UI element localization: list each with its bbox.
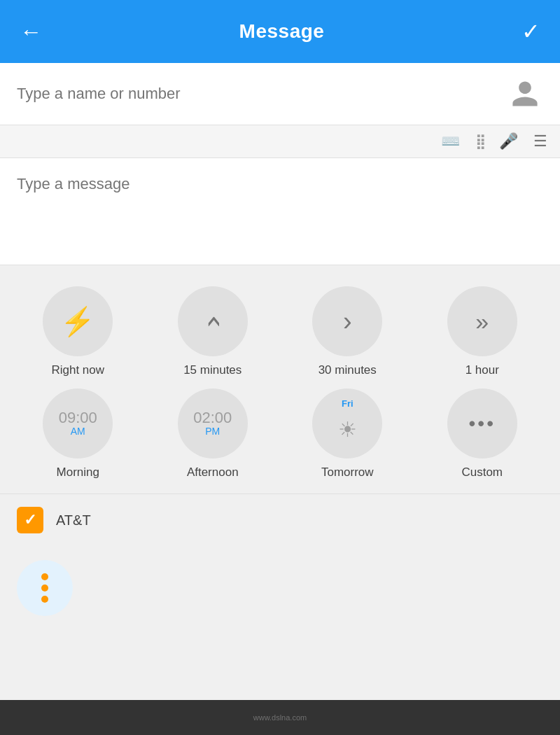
schedule-section: ⚡ Right now › 15 minutes › 30 minutes » … bbox=[0, 265, 560, 493]
more-options-button[interactable] bbox=[17, 560, 73, 616]
contact-picker-button[interactable] bbox=[507, 76, 543, 112]
morning-ampm: AM bbox=[71, 426, 85, 437]
page-title: Message bbox=[239, 20, 325, 43]
tomorrow-day-label: Fri bbox=[342, 398, 354, 409]
schedule-circle-30min: › bbox=[312, 286, 382, 356]
toolbar: ⌨️ ⣿ 🎤 ☰ bbox=[0, 125, 560, 158]
voice-typing-icon[interactable]: ⣿ bbox=[475, 133, 484, 150]
back-button[interactable]: ← bbox=[20, 19, 42, 45]
schedule-grid: ⚡ Right now › 15 minutes › 30 minutes » … bbox=[14, 286, 546, 479]
checkmark-icon: ✓ bbox=[24, 511, 36, 529]
header: ← Message ✓ bbox=[0, 0, 560, 63]
schedule-circle-custom: ••• bbox=[447, 388, 517, 458]
schedule-label-30min: 30 minutes bbox=[318, 363, 377, 377]
schedule-circle-1hour: » bbox=[447, 286, 517, 356]
schedule-item-afternoon[interactable]: 02:00 PM Afternoon bbox=[149, 388, 277, 479]
microphone-icon[interactable]: 🎤 bbox=[499, 132, 518, 150]
keyboard-icon[interactable]: ⌨️ bbox=[441, 132, 460, 150]
afternoon-time: 02:00 bbox=[193, 410, 232, 426]
list-icon[interactable]: ☰ bbox=[533, 132, 547, 150]
schedule-label-tomorrow: Tomorrow bbox=[321, 465, 374, 479]
schedule-circle-15min: › bbox=[178, 286, 248, 356]
schedule-item-morning[interactable]: 09:00 AM Morning bbox=[14, 388, 142, 479]
more-options-section bbox=[0, 546, 560, 630]
message-input[interactable] bbox=[17, 175, 543, 245]
schedule-circle-right-now: ⚡ bbox=[43, 286, 113, 356]
schedule-label-morning: Morning bbox=[57, 465, 99, 479]
sun-icon: ☀ bbox=[338, 417, 357, 442]
schedule-circle-tomorrow: Fri ☀ bbox=[312, 388, 382, 458]
schedule-circle-afternoon: 02:00 PM bbox=[178, 388, 248, 458]
confirm-button[interactable]: ✓ bbox=[522, 18, 540, 45]
schedule-item-tomorrow[interactable]: Fri ☀ Tomorrow bbox=[284, 388, 412, 479]
schedule-label-15min: 15 minutes bbox=[183, 363, 241, 377]
schedule-label-custom: Custom bbox=[461, 465, 503, 479]
afternoon-ampm: PM bbox=[205, 426, 220, 437]
schedule-item-30min[interactable]: › 30 minutes bbox=[284, 286, 412, 377]
schedule-circle-morning: 09:00 AM bbox=[43, 388, 113, 458]
schedule-label-afternoon: Afternoon bbox=[187, 465, 239, 479]
schedule-item-custom[interactable]: ••• Custom bbox=[419, 388, 547, 479]
morning-time: 09:00 bbox=[59, 410, 97, 426]
dot-3 bbox=[41, 596, 48, 603]
schedule-item-1hour[interactable]: » 1 hour bbox=[419, 286, 547, 377]
dot-1 bbox=[41, 573, 48, 580]
bottom-bar: www.dslna.com bbox=[0, 700, 560, 735]
message-area bbox=[0, 158, 560, 265]
schedule-item-right-now[interactable]: ⚡ Right now bbox=[14, 286, 142, 377]
schedule-label-right-now: Right now bbox=[51, 363, 104, 377]
carrier-checkbox[interactable]: ✓ bbox=[17, 507, 43, 533]
contact-area bbox=[0, 63, 560, 125]
schedule-label-1hour: 1 hour bbox=[465, 363, 499, 377]
dot-2 bbox=[41, 584, 48, 592]
watermark: www.dslna.com bbox=[253, 713, 307, 722]
schedule-item-15min[interactable]: › 15 minutes bbox=[149, 286, 277, 377]
carrier-section: ✓ AT&T bbox=[0, 493, 560, 546]
contact-input[interactable] bbox=[17, 85, 507, 103]
carrier-name: AT&T bbox=[56, 512, 91, 528]
